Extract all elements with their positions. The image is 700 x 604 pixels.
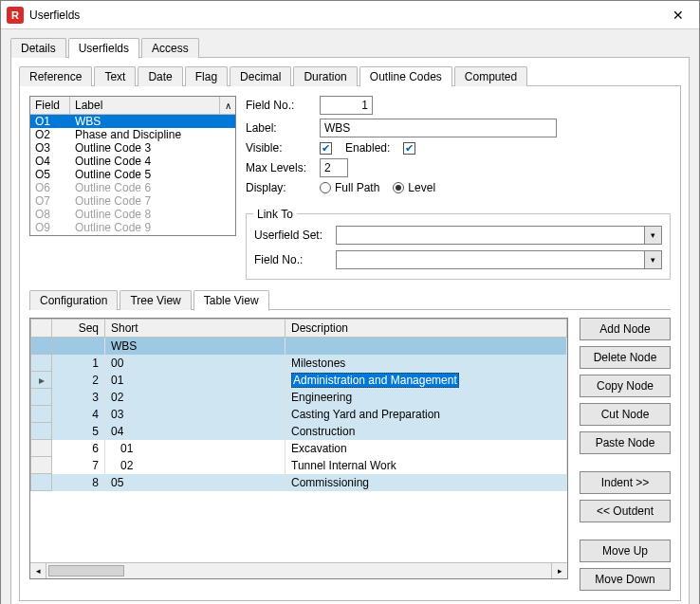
table-view-grid[interactable]: Seq Short Description WBS100Milestones▸2… — [29, 318, 568, 579]
outline-item-o7: O7Outline Code 7 — [30, 194, 235, 208]
tab-top-access[interactable]: Access — [141, 38, 199, 58]
outline-item-o6: O6Outline Code 6 — [30, 181, 235, 194]
tab-mid-date[interactable]: Date — [138, 66, 182, 86]
table-row[interactable]: 7 02Tunnel Internal Work — [31, 457, 567, 474]
outdent-button[interactable]: << Outdent — [580, 500, 671, 522]
titlebar: R Userfields ✕ — [1, 1, 699, 29]
visible-checkbox[interactable]: ✔ — [320, 142, 332, 155]
link-fieldno-label: Field No.: — [254, 253, 330, 266]
tab-mid-decimal[interactable]: Decimal — [230, 66, 291, 86]
enabled-label: Enabled: — [345, 141, 390, 155]
table-row[interactable]: 403Casting Yard and Preparation — [31, 406, 567, 423]
tabs-mid: ReferenceTextDateFlagDecimalDurationOutl… — [19, 65, 681, 86]
table-row[interactable]: 302Engineering — [31, 389, 567, 406]
enabled-checkbox[interactable]: ✔ — [403, 142, 415, 155]
scroll-right-icon[interactable]: ▸ — [551, 563, 567, 578]
label-input[interactable] — [320, 119, 557, 137]
tab-mid-computed[interactable]: Computed — [454, 66, 527, 86]
outline-item-o4[interactable]: O4Outline Code 4 — [30, 155, 235, 168]
chevron-down-icon[interactable]: ▾ — [644, 227, 661, 244]
userfieldset-label: Userfield Set: — [254, 229, 330, 242]
col-seq-header[interactable]: Seq — [52, 320, 105, 338]
copy-node-button[interactable]: Copy Node — [580, 375, 671, 397]
chevron-up-icon[interactable]: ∧ — [220, 97, 235, 114]
outline-item-o1[interactable]: O1WBS — [30, 115, 235, 128]
grid-corner[interactable] — [31, 320, 52, 338]
tabs-low: ConfigurationTree ViewTable View — [29, 289, 671, 310]
tab-low-table-view[interactable]: Table View — [193, 290, 269, 311]
tab-mid-duration[interactable]: Duration — [293, 66, 357, 86]
tab-mid-outline-codes[interactable]: Outline Codes — [359, 66, 452, 87]
outline-item-o3[interactable]: O3Outline Code 3 — [30, 141, 235, 155]
display-label: Display: — [246, 181, 314, 194]
add-node-button[interactable]: Add Node — [580, 318, 671, 340]
fullpath-radio-label: Full Path — [335, 181, 379, 194]
scroll-left-icon[interactable]: ◂ — [30, 563, 46, 578]
outline-item-o5[interactable]: O5Outline Code 5 — [30, 168, 235, 181]
app-icon: R — [7, 7, 24, 24]
table-group-row[interactable]: WBS — [31, 338, 567, 355]
tab-mid-flag[interactable]: Flag — [185, 66, 228, 86]
cut-node-button[interactable]: Cut Node — [580, 403, 671, 426]
tab-mid-text[interactable]: Text — [94, 66, 136, 86]
maxlevels-label: Max Levels: — [246, 161, 314, 174]
indent-button[interactable]: Indent >> — [580, 471, 671, 494]
window-title: Userfields — [29, 9, 657, 22]
userfieldset-combo[interactable]: ▾ — [336, 226, 662, 245]
col-short-header[interactable]: Short — [105, 320, 286, 338]
level-radio-label: Level — [408, 181, 435, 194]
tab-top-userfields[interactable]: Userfields — [68, 38, 139, 59]
fieldno-input[interactable] — [320, 96, 373, 115]
outline-item-o2[interactable]: O2Phase and Discipline — [30, 128, 235, 141]
linkto-group-title: Link To — [253, 208, 297, 221]
outline-listbox[interactable]: Field Label ∧ O1WBSO2Phase and Disciplin… — [29, 96, 236, 236]
label-label: Label: — [246, 121, 314, 135]
display-fullpath-radio[interactable]: Full Path — [320, 181, 379, 194]
close-icon[interactable]: ✕ — [657, 1, 699, 29]
outline-header-label[interactable]: Label — [70, 97, 220, 114]
tab-mid-reference[interactable]: Reference — [19, 66, 92, 86]
visible-label: Visible: — [246, 141, 314, 155]
scroll-thumb[interactable] — [48, 565, 124, 577]
outline-form: Field No.: Label: Visible: ✔ Enabled: ✔ … — [246, 96, 671, 280]
table-row[interactable]: 6 01Excavation — [31, 440, 567, 457]
table-row[interactable]: ▸201Administration and Management — [31, 372, 567, 389]
outline-item-o8: O8Outline Code 8 — [30, 208, 235, 221]
table-row[interactable]: 805Commissioning — [31, 474, 567, 491]
move-up-button[interactable]: Move Up — [580, 540, 671, 562]
link-fieldno-combo[interactable]: ▾ — [336, 250, 662, 269]
outline-header-field[interactable]: Field — [30, 97, 70, 114]
table-row[interactable]: 504Construction — [31, 423, 567, 440]
delete-node-button[interactable]: Delete Node — [580, 346, 671, 369]
paste-node-button[interactable]: Paste Node — [580, 431, 671, 454]
chevron-down-icon[interactable]: ▾ — [644, 251, 661, 268]
maxlevels-input[interactable] — [320, 158, 348, 177]
tab-low-tree-view[interactable]: Tree View — [120, 290, 191, 310]
tab-top-details[interactable]: Details — [10, 38, 66, 58]
fieldno-label: Field No.: — [246, 99, 314, 112]
move-down-button[interactable]: Move Down — [580, 568, 671, 591]
display-level-radio[interactable]: Level — [393, 181, 435, 194]
table-row[interactable]: 100Milestones — [31, 355, 567, 372]
outline-item-o9: O9Outline Code 9 — [30, 221, 235, 234]
col-desc-header[interactable]: Description — [286, 320, 567, 338]
tab-low-configuration[interactable]: Configuration — [29, 290, 118, 310]
tabs-top: DetailsUserfieldsAccess — [10, 37, 690, 58]
horizontal-scrollbar[interactable]: ◂ ▸ — [30, 562, 567, 578]
